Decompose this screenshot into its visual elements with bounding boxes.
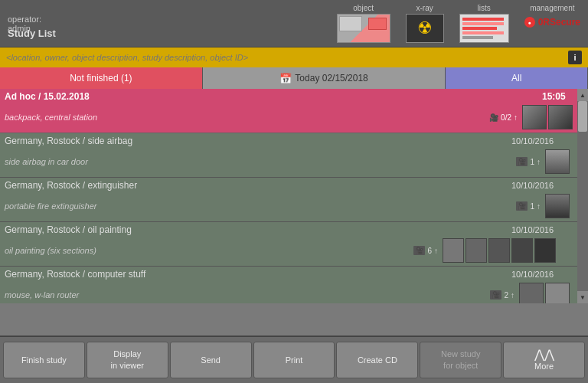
study-desc: oil painting (six sections) [5, 246, 409, 255]
study-meta: 🎥 2 ↑ [490, 290, 514, 300]
arrow-icon: ↑ [434, 247, 438, 255]
row-thumb [548, 105, 573, 129]
row-thumb [534, 238, 556, 263]
lists-thumbnail[interactable] [459, 14, 509, 43]
row-thumb [511, 238, 533, 263]
study-meta: 🎥 6 ↑ [413, 246, 438, 255]
study-date: 10/10/2016 [511, 270, 573, 279]
camera-icon: 🎥 [516, 157, 528, 166]
camera-icon: 🎥 [413, 246, 425, 255]
tab-all[interactable]: All [446, 67, 588, 89]
object-label: object [353, 4, 374, 12]
row-thumb [545, 194, 570, 218]
study-count: 1 [530, 158, 534, 166]
study-title: Ad hoc / 15.02.2018 [5, 91, 537, 102]
main-content: Ad hoc / 15.02.2018 15:05 backpack, cent… [0, 89, 588, 303]
or-dot: ● [524, 17, 535, 28]
study-count: 0/2 [501, 113, 511, 122]
study-title: Germany, Rostock / oil painting [5, 224, 507, 235]
row-thumb [519, 283, 544, 303]
tab-today[interactable]: 📅 Today 02/15/2018 [203, 67, 446, 89]
management-group: management ● 0RSecure [524, 4, 580, 28]
send-button[interactable]: Send [170, 342, 252, 378]
study-row[interactable]: Germany, Rostock / extinguisher 10/10/20… [0, 178, 577, 222]
study-list-title: Study List [8, 28, 56, 39]
more-button[interactable]: ⋀⋀ More [503, 342, 585, 378]
row-thumb [522, 105, 547, 129]
new-study-button[interactable]: New study for object [420, 342, 501, 378]
scroll-track[interactable] [577, 101, 588, 291]
study-meta: 🎥 1 ↑ [516, 157, 541, 166]
study-desc: portable fire extinguisher [5, 201, 511, 211]
study-count: 1 [530, 202, 534, 211]
study-desc: side airbag in car door [5, 157, 511, 166]
operator-label: operator: [8, 15, 61, 24]
finish-study-button[interactable]: Finish study [3, 342, 85, 378]
study-count: 6 [427, 247, 432, 255]
search-info-button[interactable]: i [568, 51, 582, 64]
row-thumbnails [519, 283, 573, 303]
scrollbar[interactable]: ▲ ▼ [577, 89, 588, 303]
camera-icon: 🎥 [490, 290, 501, 300]
tab-not-finished[interactable]: Not finished (1) [0, 67, 203, 89]
display-in-viewer-button[interactable]: Display in viewer [87, 342, 168, 378]
study-row[interactable]: Germany, Rostock / oil painting 10/10/20… [0, 222, 577, 267]
orsecure-widget[interactable]: ● 0RSecure [524, 17, 580, 28]
filter-tabs: Not finished (1) 📅 Today 02/15/2018 All [0, 67, 588, 89]
study-title: Germany, Rostock / extinguisher [5, 180, 507, 191]
study-desc: mouse, w-lan router [5, 290, 485, 300]
scroll-up-button[interactable]: ▲ [577, 89, 588, 101]
study-date: 10/10/2016 [511, 181, 573, 190]
scroll-thumb[interactable] [578, 101, 587, 132]
lists-label: lists [478, 4, 491, 12]
object-thumbnail-group: object [337, 4, 390, 43]
search-bar: i [0, 47, 588, 67]
row-thumb [466, 238, 487, 263]
study-date: 10/10/2016 [511, 136, 573, 146]
row-thumbnails [545, 194, 573, 218]
xray-thumbnail-group: x-ray ☢ [406, 4, 444, 43]
study-desc: backpack, central station [5, 113, 485, 122]
search-input[interactable] [6, 53, 564, 62]
study-title: Germany, Rostock / side airbag [5, 136, 507, 146]
study-meta: 🎥 0/2 ↑ [489, 113, 518, 122]
row-thumb [488, 238, 510, 263]
header: operator: admin Study List object x-ray … [0, 0, 588, 47]
management-label: management [530, 4, 574, 12]
calendar-icon: 📅 [279, 73, 292, 84]
arrow-icon: ↑ [537, 158, 541, 166]
study-date: 10/10/2016 [511, 225, 573, 234]
camera-icon: 🎥 [489, 113, 498, 122]
study-title: Germany, Rostock / computer stuff [5, 269, 507, 280]
study-row[interactable]: Ad hoc / 15.02.2018 15:05 backpack, cent… [0, 89, 577, 133]
print-button[interactable]: Print [253, 342, 335, 378]
orsecure-label: 0RSecure [538, 17, 580, 28]
top-thumbnails: object x-ray ☢ lists man [337, 4, 580, 43]
scroll-down-button[interactable]: ▼ [577, 291, 588, 303]
row-thumbnails [443, 238, 573, 263]
row-thumbnails [522, 105, 573, 129]
study-row[interactable]: Germany, Rostock / side airbag 10/10/201… [0, 133, 577, 178]
bottom-bar: Finish study Display in viewer Send Prin… [0, 336, 588, 383]
more-arrows-icon: ⋀⋀ [534, 349, 554, 361]
study-list: Ad hoc / 15.02.2018 15:05 backpack, cent… [0, 89, 577, 303]
xray-thumbnail[interactable]: ☢ [406, 14, 444, 43]
row-thumb [545, 283, 570, 303]
arrow-icon: ↑ [537, 202, 541, 211]
empty-area [0, 303, 588, 336]
xray-label: x-ray [416, 4, 433, 12]
arrow-icon: ↑ [511, 291, 514, 300]
object-thumbnail[interactable] [337, 14, 390, 43]
radiation-icon: ☢ [417, 18, 433, 38]
row-thumb [545, 149, 570, 174]
study-time: 15:05 [542, 91, 573, 102]
row-thumbnails [545, 149, 573, 174]
study-count: 2 [504, 291, 508, 300]
row-thumb [443, 238, 464, 263]
arrow-icon: ↑ [514, 113, 518, 122]
study-meta: 🎥 1 ↑ [516, 201, 541, 211]
camera-icon: 🎥 [516, 201, 528, 211]
lists-thumbnail-group: lists [459, 4, 509, 43]
study-row[interactable]: Germany, Rostock / computer stuff 10/10/… [0, 267, 577, 303]
create-cd-button[interactable]: Create CD [336, 342, 418, 378]
